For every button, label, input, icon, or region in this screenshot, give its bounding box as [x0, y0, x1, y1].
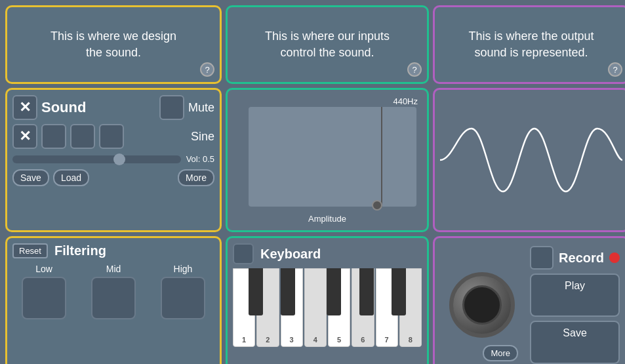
- load-btn[interactable]: Load: [53, 169, 89, 186]
- record-header: Record: [530, 246, 620, 270]
- key-5[interactable]: 5: [328, 268, 350, 347]
- keyboard-panel: Keyboard 1 2 3 4 5 6 7 8: [226, 236, 429, 364]
- freq-canvas[interactable]: [249, 107, 416, 207]
- reset-btn[interactable]: Reset: [12, 243, 48, 258]
- filter-mid-group: Mid: [91, 264, 136, 319]
- key-1[interactable]: 1: [233, 268, 255, 347]
- knob-inner: [462, 285, 502, 325]
- mute-label: Mute: [188, 101, 214, 115]
- filter-panel: Reset Filtering Low Mid High: [5, 236, 222, 364]
- inputs-header-panel: This is where our inputscontrol the soun…: [226, 5, 429, 84]
- freq-dot[interactable]: [372, 200, 382, 211]
- vol-text: Vol: 0.5: [186, 154, 214, 164]
- inputs-question-btn[interactable]: ?: [407, 62, 422, 77]
- record-section: Record Play Save: [527, 243, 622, 364]
- keyboard-icon: [233, 243, 254, 264]
- filter-title: Filtering: [54, 243, 106, 258]
- design-header-text: This is where we designthe sound.: [50, 28, 176, 61]
- filter-mid-knob[interactable]: [91, 277, 136, 319]
- key-2[interactable]: 2: [256, 268, 279, 347]
- filter-high-label: High: [174, 264, 193, 274]
- freq-x-label: Amplitude: [308, 214, 346, 224]
- sound-sq-btn4[interactable]: [99, 124, 124, 149]
- volume-slider[interactable]: [12, 155, 181, 163]
- white-keys: 1 2 3 4 5 6 7 8: [233, 268, 422, 347]
- sound-sq-btn[interactable]: [159, 95, 184, 120]
- sound-x-btn2[interactable]: ✕: [12, 124, 37, 149]
- frequency-panel: 440Hz Frequency Amplitude: [226, 88, 429, 232]
- piano-container: 1 2 3 4 5 6 7 8: [233, 268, 422, 347]
- waveform-svg: [440, 95, 622, 225]
- record-title: Record: [559, 251, 604, 266]
- output-more-btn[interactable]: More: [483, 345, 518, 361]
- key-7[interactable]: 7: [376, 268, 398, 347]
- output-controls-panel: More Record Play Save: [433, 236, 625, 364]
- sound-panel: ✕ Sound Mute ✕ Sine Vol: 0.5 Save Load M…: [5, 88, 222, 232]
- filter-low-label: Low: [35, 264, 52, 274]
- key-8[interactable]: 8: [399, 268, 422, 347]
- knob-section: More: [440, 243, 523, 364]
- output-header-panel: This is where the outputsound is represe…: [433, 5, 625, 84]
- freq-vline: [381, 107, 382, 207]
- key-6[interactable]: 6: [352, 268, 374, 347]
- sound-sq-btn3[interactable]: [70, 124, 95, 149]
- record-save-btn[interactable]: Save: [530, 321, 620, 364]
- freq-hz-label: 440Hz: [393, 96, 418, 106]
- inputs-header-text: This is where our inputscontrol the soun…: [265, 28, 390, 61]
- output-header-text: This is where the outputsound is represe…: [468, 28, 594, 61]
- record-sq-btn[interactable]: [530, 246, 554, 270]
- key-4[interactable]: 4: [304, 268, 327, 347]
- main-grid: This is where we designthe sound. ? This…: [0, 0, 625, 364]
- filter-high-group: High: [161, 264, 205, 319]
- design-header-panel: This is where we designthe sound. ?: [5, 5, 222, 84]
- sound-sq-btn2[interactable]: [41, 124, 66, 149]
- more-btn[interactable]: More: [178, 169, 214, 186]
- filter-mid-label: Mid: [106, 264, 121, 274]
- output-question-btn[interactable]: ?: [608, 62, 622, 77]
- sound-label: Sound: [41, 99, 155, 116]
- filter-low-group: Low: [22, 264, 66, 319]
- design-question-btn[interactable]: ?: [200, 62, 214, 77]
- sine-label: Sine: [191, 130, 214, 144]
- slider-thumb[interactable]: [113, 153, 125, 165]
- key-3[interactable]: 3: [281, 268, 303, 347]
- keyboard-title: Keyboard: [260, 247, 321, 262]
- filter-low-knob[interactable]: [22, 277, 66, 319]
- sound-x-btn[interactable]: ✕: [12, 95, 37, 120]
- save-btn[interactable]: Save: [12, 169, 49, 186]
- volume-knob[interactable]: [449, 272, 515, 338]
- filter-high-knob[interactable]: [161, 277, 205, 319]
- waveform-panel: [433, 88, 625, 232]
- play-btn[interactable]: Play: [530, 273, 620, 317]
- record-indicator: [609, 253, 620, 263]
